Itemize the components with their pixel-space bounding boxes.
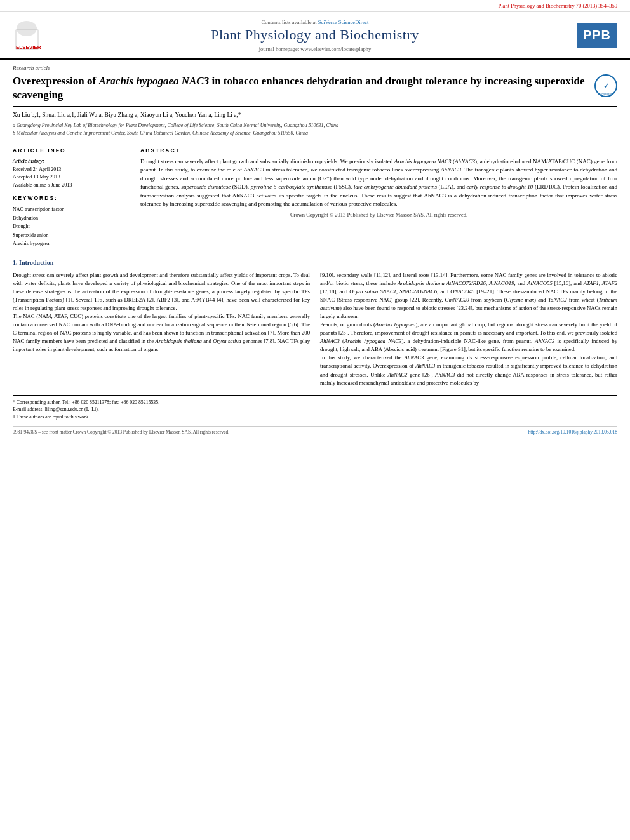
- email-address: E-mail address: liling@scnu.edu.cn (L. L…: [13, 406, 617, 413]
- svg-text:ELSEVIER: ELSEVIER: [16, 44, 41, 50]
- svg-text:CrossMark: CrossMark: [598, 92, 614, 96]
- journal-citation: Plant Physiology and Biochemistry 70 (20…: [499, 3, 617, 9]
- journal-header-center: Contents lists available at SciVerse Sci…: [64, 19, 566, 52]
- intro-title: 1. Introduction: [13, 259, 617, 266]
- issn-bar: 0981-9428/$ – see front matter Crown Cop…: [13, 426, 617, 435]
- elsevier-logo-area: ELSEVIER: [13, 17, 64, 53]
- history-label: Article history:: [13, 157, 123, 166]
- crossmark-logo: ✓ CrossMark: [594, 74, 617, 98]
- doi-link[interactable]: http://dx.doi.org/10.1016/j.plaphy.2013.…: [528, 429, 617, 435]
- journal-header-right: PPB: [566, 23, 617, 48]
- sciverse-link[interactable]: SciVerse ScienceDirect: [318, 19, 369, 25]
- intro-col-left: Drought stress can severely affect plant…: [13, 271, 310, 387]
- affiliation-b: b Molecular Analysis and Genetic Improve…: [13, 130, 617, 137]
- article-info-heading: Article info: [13, 147, 123, 154]
- received-date: Received 24 April 2013: [13, 166, 123, 174]
- abstract-heading: Abstract: [140, 147, 617, 154]
- main-content: Research article Overexpression of Arach…: [0, 60, 630, 441]
- journal-header: ELSEVIER Contents lists available at Sci…: [0, 12, 630, 60]
- abstract-text: Drought stress can severely affect plant…: [140, 157, 617, 209]
- accepted-date: Accepted 13 May 2013: [13, 173, 123, 182]
- affiliations: a Guangdong Provincial Key Lab of Biotec…: [13, 122, 617, 136]
- introduction-section: 1. Introduction Drought stress can sever…: [13, 255, 617, 387]
- keyword-5: Arachis hypogaea: [13, 239, 123, 248]
- issn-text: 0981-9428/$ – see front matter Crown Cop…: [13, 429, 229, 435]
- intro-para1: Drought stress can severely affect plant…: [13, 271, 310, 312]
- svg-point-1: [17, 21, 37, 36]
- keyword-1: NAC transcription factor: [13, 205, 123, 214]
- abstract-col: Abstract Drought stress can severely aff…: [140, 147, 617, 248]
- title-italic: Arachis hypogaea NAC3: [98, 75, 209, 87]
- available-date: Available online 5 June 2013: [13, 182, 123, 190]
- abstract-section: Drought stress can severely affect plant…: [140, 157, 617, 218]
- journal-homepage: journal homepage: www.elsevier.com/locat…: [64, 46, 566, 52]
- keyword-3: Drought: [13, 222, 123, 231]
- keywords-list: NAC transcription factor Dehydration Dro…: [13, 205, 123, 248]
- article-type: Research article: [13, 65, 617, 71]
- footnotes: * Corresponding author. Tel.: +86 020 85…: [13, 395, 617, 421]
- intro-right-para1: [9,10], secondary walls [11,12], and lat…: [320, 271, 617, 321]
- intro-right-para3: In this study, we characterized the AhNA…: [320, 354, 617, 387]
- journal-title: Plant Physiology and Biochemistry: [64, 27, 566, 43]
- keywords-section: Keywords: NAC transcription factor Dehyd…: [13, 195, 123, 248]
- ppb-logo: PPB: [577, 23, 617, 48]
- svg-text:✓: ✓: [603, 82, 609, 90]
- keyword-4: Superoxide anion: [13, 231, 123, 240]
- citation-bar: Plant Physiology and Biochemistry 70 (20…: [0, 0, 630, 12]
- intro-right-para2: Peanuts, or groundnuts (Arachis hypogaea…: [320, 321, 617, 354]
- intro-col-right: [9,10], secondary walls [11,12], and lat…: [320, 271, 617, 387]
- keywords-heading: Keywords:: [13, 195, 123, 201]
- article-history: Article history: Received 24 April 2013 …: [13, 157, 123, 190]
- intro-para2: The NAC (NAM, ATAF, CUC) proteins consti…: [13, 312, 310, 354]
- equal-contribution: 1 These authors are equal to this work.: [13, 413, 617, 421]
- title-section: Overexpression of Arachis hypogaea NAC3 …: [13, 74, 617, 107]
- sciverse-text: Contents lists available at SciVerse Sci…: [64, 19, 566, 25]
- keyword-2: Dehydration: [13, 214, 123, 223]
- corresponding-author: * Corresponding author. Tel.: +86 020 85…: [13, 399, 617, 406]
- elsevier-logo-svg: ELSEVIER: [13, 17, 60, 52]
- article-info-col: Article info Article history: Received 2…: [13, 147, 130, 248]
- abstract-copyright: Crown Copyright © 2013 Published by Else…: [140, 211, 617, 218]
- article-title: Overexpression of Arachis hypogaea NAC3 …: [13, 74, 588, 102]
- authors: Xu Liu b,1, Shuai Liu a,1, Jiali Wu a, B…: [13, 110, 617, 119]
- article-info-abstract: Article info Article history: Received 2…: [13, 142, 617, 248]
- affiliation-a: a Guangdong Provincial Key Lab of Biotec…: [13, 122, 617, 129]
- intro-body: Drought stress can severely affect plant…: [13, 271, 617, 387]
